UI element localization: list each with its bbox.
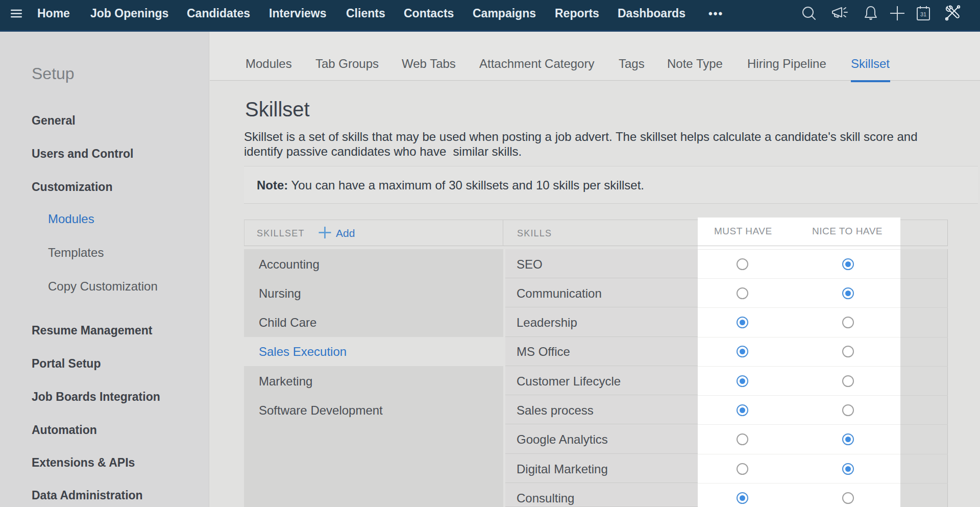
svg-text:31: 31 [920,11,926,17]
